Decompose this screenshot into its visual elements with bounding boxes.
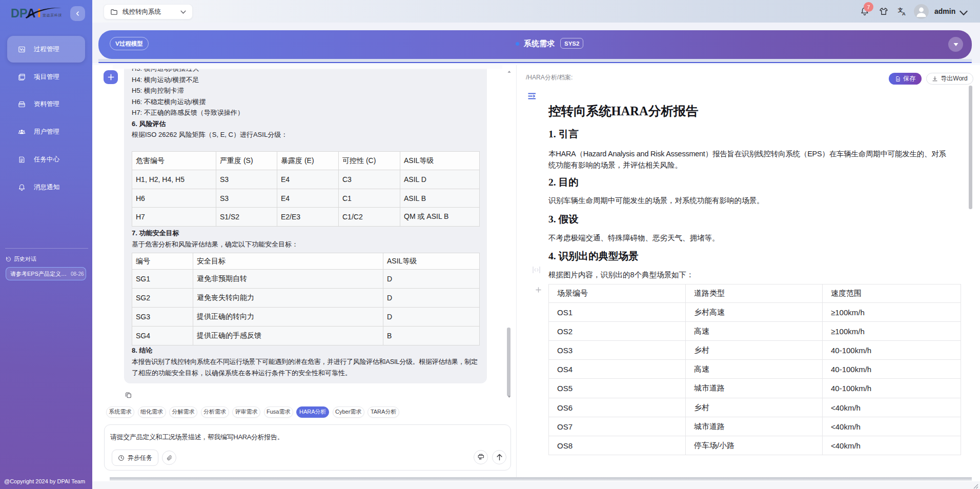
svg-text:DP: DP <box>11 7 28 20</box>
svg-text:A: A <box>902 11 906 16</box>
svg-text:亚远景科技: 亚远景科技 <box>43 13 62 17</box>
